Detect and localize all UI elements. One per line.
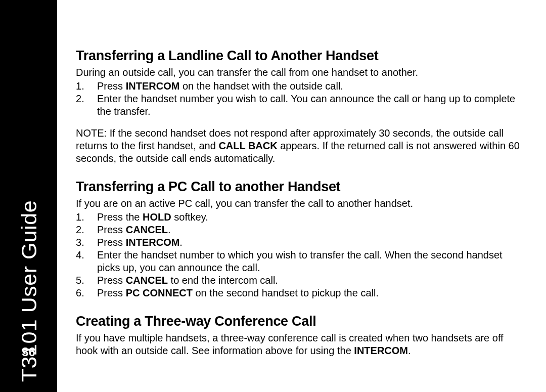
note-paragraph: NOTE: If the second handset does not res…	[76, 127, 521, 165]
step-item: Press the HOLD softkey.	[76, 211, 521, 224]
page-number: 36	[0, 345, 57, 359]
step-item: Press INTERCOM on the handset with the o…	[76, 80, 521, 93]
step-item: Enter the handset number you wish to cal…	[76, 93, 521, 118]
section-heading: Transferring a Landline Call to Another …	[76, 48, 521, 64]
section-intro: During an outside call, you can transfer…	[76, 66, 521, 79]
page-content: Transferring a Landline Call to Another …	[76, 48, 521, 358]
section-heading: Transferring a PC Call to another Handse…	[76, 179, 521, 195]
section-intro: If you have multiple handsets, a three-w…	[76, 332, 521, 357]
step-list: Press the HOLD softkey. Press CANCEL. Pr…	[76, 211, 521, 299]
step-item: Press INTERCOM.	[76, 236, 521, 249]
step-item: Press CANCEL to end the intercom call.	[76, 274, 521, 287]
step-item: Press CANCEL.	[76, 224, 521, 236]
step-item: Enter the handset number to which you wi…	[76, 249, 521, 274]
section-heading: Creating a Three-way Conference Call	[76, 314, 521, 329]
step-list: Press INTERCOM on the handset with the o…	[76, 80, 521, 118]
sidebar: T3101 User Guide 36	[0, 0, 57, 392]
step-item: Press PC CONNECT on the second handset t…	[76, 287, 521, 299]
section-intro: If you are on an active PC call, you can…	[76, 197, 521, 210]
